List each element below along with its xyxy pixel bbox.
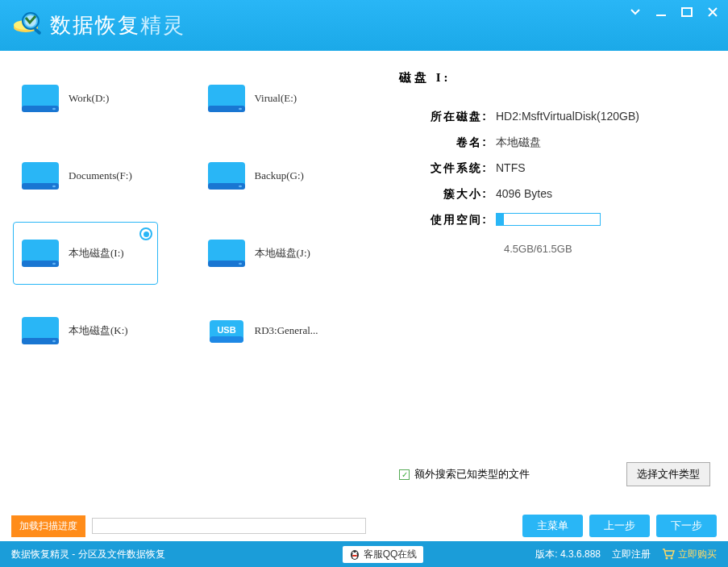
svg-point-20 — [52, 340, 56, 342]
magnifier-disk-icon — [11, 10, 44, 42]
cluster-value: 4096 Bytes — [496, 187, 552, 202]
drive-item[interactable]: 本地磁盘(K:) — [13, 299, 158, 362]
drive-label: Backup(G:) — [255, 169, 304, 182]
drive-label: 本地磁盘(K:) — [69, 323, 128, 338]
svg-point-8 — [52, 108, 56, 110]
drive-grid: Work(D:)Virual(E:)Documents(F:)Backup(G:… — [0, 51, 391, 511]
cluster-label: 簇大小: — [399, 187, 496, 202]
svg-point-27 — [356, 552, 357, 553]
menu-dropdown-icon[interactable] — [628, 5, 643, 19]
drive-label: Work(D:) — [69, 92, 109, 105]
qq-support-button[interactable]: 客服QQ在线 — [343, 546, 424, 563]
filesystem-label: 文件系统: — [399, 161, 496, 176]
minimize-button[interactable] — [654, 5, 668, 19]
drive-label: RD3:General... — [255, 324, 318, 337]
footer-controls: 加载扫描进度 主菜单 上一步 下一步 — [0, 511, 728, 541]
svg-rect-6 — [682, 8, 692, 16]
select-filetype-button[interactable]: 选择文件类型 — [626, 462, 710, 486]
svg-point-30 — [671, 557, 673, 560]
drive-item[interactable]: 本地磁盘(J:) — [199, 222, 344, 285]
buy-link[interactable]: 立即购买 — [662, 548, 717, 561]
drive-item[interactable]: Backup(G:) — [199, 144, 344, 207]
drive-label: Virual(E:) — [255, 92, 297, 105]
version-text: 版本: 4.3.6.888 — [535, 548, 601, 561]
extra-search-checkbox[interactable]: ✓ 额外搜索已知类型的文件 — [399, 467, 530, 482]
drive-item[interactable]: USBRD3:General... — [199, 299, 344, 362]
disk-info-panel: 磁盘 I: 所在磁盘:HD2:MsftVirtualDisk(120GB) 卷名… — [391, 51, 728, 511]
disk-label: 所在磁盘: — [399, 110, 496, 124]
svg-point-29 — [666, 557, 668, 560]
titlebar: 数据恢复精灵 — [0, 0, 728, 51]
app-title: 数据恢复精灵 — [50, 11, 185, 40]
usage-label: 使用空间: — [399, 213, 496, 228]
app-logo: 数据恢复精灵 — [11, 10, 185, 42]
svg-text:USB: USB — [217, 325, 235, 335]
usage-text: 4.5GB/61.5GB — [504, 243, 710, 255]
drive-item[interactable]: Work(D:) — [13, 67, 158, 130]
volume-value: 本地磁盘 — [496, 135, 541, 150]
svg-point-26 — [352, 552, 354, 553]
load-progress-button[interactable]: 加载扫描进度 — [11, 515, 85, 537]
main-menu-button[interactable]: 主菜单 — [522, 515, 583, 537]
svg-point-14 — [239, 186, 242, 187]
svg-point-12 — [52, 186, 56, 187]
svg-rect-22 — [210, 336, 243, 343]
filesystem-value: NTFS — [496, 161, 526, 176]
usage-bar — [496, 213, 601, 228]
maximize-button[interactable] — [680, 5, 694, 19]
drive-label: Documents(F:) — [69, 169, 132, 182]
close-button[interactable] — [705, 5, 720, 19]
drive-item[interactable]: Virual(E:) — [199, 67, 344, 130]
drive-item[interactable]: 本地磁盘(I:) — [13, 222, 158, 285]
drive-label: 本地磁盘(I:) — [69, 246, 124, 261]
cart-icon — [662, 548, 675, 560]
checkbox-checked-icon: ✓ — [399, 469, 410, 480]
register-link[interactable]: 立即注册 — [612, 548, 651, 561]
prev-button[interactable]: 上一步 — [589, 515, 650, 537]
disk-info-title: 磁盘 I: — [399, 70, 710, 85]
volume-label: 卷名: — [399, 135, 496, 150]
progress-bar — [92, 518, 366, 534]
qq-penguin-icon — [349, 548, 360, 560]
extra-search-label: 额外搜索已知类型的文件 — [414, 467, 530, 482]
svg-point-16 — [52, 263, 56, 265]
svg-rect-28 — [352, 555, 357, 557]
disk-value: HD2:MsftVirtualDisk(120GB) — [496, 110, 639, 124]
svg-point-10 — [239, 108, 242, 110]
main-content: Work(D:)Virual(E:)Documents(F:)Backup(G:… — [0, 51, 728, 511]
svg-rect-5 — [656, 15, 666, 16]
next-button[interactable]: 下一步 — [656, 515, 717, 537]
drive-label: 本地磁盘(J:) — [255, 246, 310, 261]
selected-radio-icon — [139, 227, 152, 240]
status-bar: 数据恢复精灵 - 分区及文件数据恢复 客服QQ在线 版本: 4.3.6.888 … — [0, 541, 728, 567]
drive-item[interactable]: Documents(F:) — [13, 144, 158, 207]
status-app-name: 数据恢复精灵 - 分区及文件数据恢复 — [11, 548, 165, 561]
svg-point-18 — [239, 263, 242, 265]
